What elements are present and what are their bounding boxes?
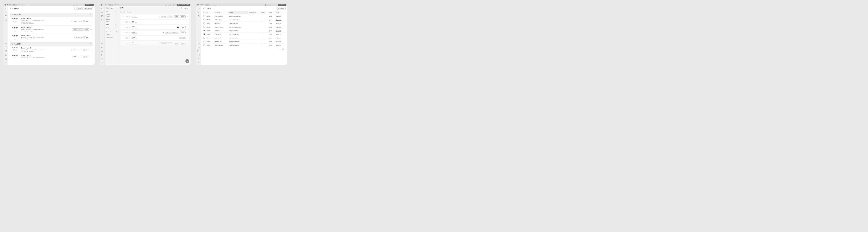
display-icon-3[interactable] [171,4,174,6]
import-button[interactable]: ⇩ Import [74,7,82,10]
display-icon-1[interactable] [266,4,268,6]
display-icon-4[interactable] [174,4,177,6]
user-avatar-icon[interactable] [5,61,7,64]
meeting-name-dropdown[interactable]: Meeting name ▾ [115,4,124,6]
material-category[interactable]: Audio1 [106,18,117,21]
view-notes-link[interactable]: view notes [276,19,281,21]
more-icon[interactable]: ⋯ [187,32,188,33]
material-category[interactable]: PDF1 [106,21,117,23]
view-button[interactable]: View [84,49,89,51]
view-notes-link[interactable]: view notes [276,27,281,28]
display-icon-2[interactable] [76,4,78,6]
focus-button[interactable]: Materials/ Page 1 ▾ [178,4,190,6]
row-checkbox[interactable] [204,23,205,24]
add-group-button[interactable]: + Add group [106,36,117,38]
focus-button[interactable]: Focus [180,42,186,44]
col-name[interactable]: Full name [214,11,228,14]
session-action-1[interactable]: PDF in materials [72,56,84,58]
material-category[interactable]: Link1 [106,26,117,28]
material-category[interactable]: Image1 [106,13,117,15]
row-checkbox[interactable] [204,19,205,21]
focus-button[interactable]: Focus [180,32,186,34]
date-header[interactable]: 22 Jun, 2020⌃ [10,42,93,46]
col-job[interactable]: Job title [260,11,269,14]
more-icon[interactable]: ⋯ [90,21,92,22]
focus-button[interactable]: Focus [180,26,186,28]
view-button[interactable]: View [84,56,89,58]
event-chip[interactable]: ☰ Event name 2 9:00 AM [165,32,179,34]
document-icon[interactable] [101,19,103,21]
col-phone[interactable]: Phone [228,11,248,14]
calendar-icon[interactable] [101,15,103,17]
announce-icon[interactable] [197,7,200,10]
row-checkbox[interactable] [204,37,205,39]
view-button[interactable]: View [84,36,89,38]
view-notes-link[interactable]: view notes [276,23,281,24]
grid-icon[interactable] [197,42,200,45]
display-icon-3[interactable] [79,4,82,6]
toggle[interactable] [125,16,128,17]
grid-icon[interactable] [101,42,103,45]
more-icon[interactable]: ⋯ [187,16,188,17]
toggle[interactable] [125,37,128,39]
session-action-1[interactable]: 3 files in materials [71,20,84,22]
online-pill[interactable]: Online [108,4,114,6]
user-avatar-icon[interactable] [197,61,200,64]
settings-icon[interactable] [5,57,7,60]
material-group[interactable]: Group 2 [106,33,117,36]
document-icon[interactable] [5,19,7,21]
drag-handle-icon[interactable]: ⋮⋮ [122,27,124,28]
more-icon[interactable]: ⋯ [187,21,188,23]
toggle[interactable] [125,21,128,23]
search-icon[interactable]: ⌕ [116,7,117,9]
more-icon[interactable]: ⋯ [187,27,188,28]
toggle[interactable] [125,27,128,28]
mute-icon[interactable]: 🔇 [162,32,164,33]
more-icon[interactable]: ⋯ [187,43,188,44]
view-button[interactable]: View [174,42,179,44]
toggle[interactable] [125,32,128,33]
display-icon-4[interactable] [275,4,277,6]
settings-icon[interactable] [197,57,200,60]
display-icon-1[interactable] [73,4,75,6]
event-chip[interactable]: ☰ Event name 1 11:00 AM [159,15,173,17]
meeting-name-dropdown[interactable]: Meeting name ▾ [18,4,28,6]
row-checkbox[interactable] [204,33,205,35]
drag-handle-icon[interactable]: ⋮⋮ [122,21,124,23]
view-button[interactable]: View [84,20,89,22]
session-action-1[interactable]: 3 files in materials [71,49,84,51]
display-icon-4[interactable] [82,4,85,6]
more-icon[interactable]: ⋯ [187,37,188,39]
tab-sessions[interactable]: Sessions [126,11,134,13]
material-category[interactable]: Video1 [106,15,117,18]
document-icon[interactable] [197,19,200,21]
more-icon[interactable]: ⋯ [90,29,92,30]
view-notes-link[interactable]: view notes [276,37,281,39]
image-icon[interactable] [197,54,200,56]
view-notes-link[interactable]: view notes [276,34,281,35]
material-category[interactable]: All5 [106,10,117,13]
col-action[interactable]: Action [275,11,286,14]
material-group[interactable]: Group 15 [106,31,117,33]
new-session-button[interactable]: + New session [83,7,93,10]
row-checkbox[interactable] [204,44,205,46]
drag-handle-icon[interactable]: ⋮⋮ [122,16,124,17]
drag-handle-icon[interactable]: ⋮⋮ [122,32,124,33]
online-pill[interactable]: Online [205,4,210,6]
new-file-button[interactable]: + New file [181,7,189,9]
mail-icon[interactable] [197,46,200,48]
pager-next[interactable]: › [284,48,285,50]
users-icon[interactable] [5,50,7,52]
calendar-icon[interactable] [5,15,7,17]
more-icon[interactable]: ⋯ [90,56,92,57]
grid-icon[interactable] [5,42,7,45]
more-icon[interactable]: ⋯ [90,37,92,38]
view-notes-link[interactable]: view notes [276,15,281,17]
col-id[interactable]: Id [206,11,214,14]
view-button[interactable]: View [174,15,179,18]
more-icon[interactable]: ⋯ [90,49,92,51]
row-checkbox[interactable] [204,41,205,42]
announce-icon[interactable] [101,7,103,10]
focus-button[interactable]: No Focus ▾ [278,4,286,6]
drag-handle-icon[interactable]: ⋮⋮ [122,37,124,39]
